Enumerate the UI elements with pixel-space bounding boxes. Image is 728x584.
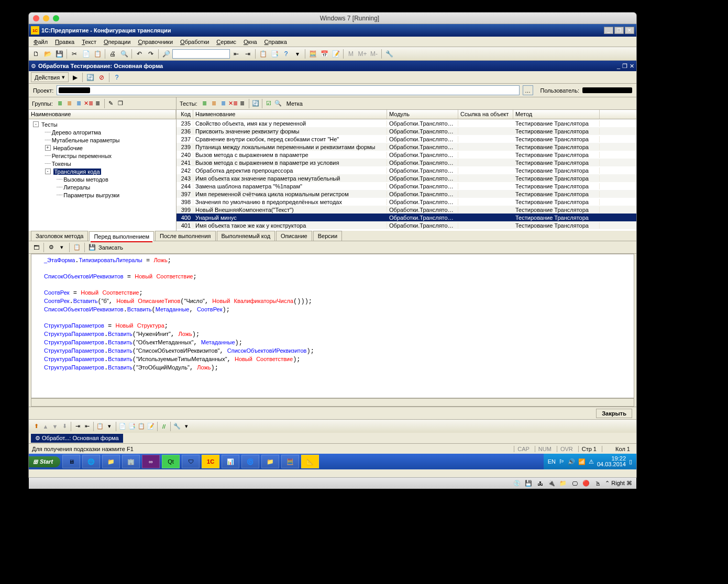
table-row[interactable]: 397Имя переменной счётчика цикла нормаль…	[177, 190, 636, 198]
table-row[interactable]: 401Имя объекта такое же как у конструкто…	[177, 221, 636, 229]
table-row[interactable]: 243Имя объекта как значение параметра не…	[177, 174, 636, 182]
code-tool1-icon[interactable]: 🗔	[32, 243, 40, 252]
mac-minimize-button[interactable]	[43, 15, 49, 21]
table-row[interactable]: 400Унарный минусОбработки.Транслятор.Фор…	[177, 214, 636, 221]
table-row[interactable]: 242Обработка деректив препроцессораОбраб…	[177, 166, 636, 174]
menu-file[interactable]: Файл	[30, 38, 51, 46]
copy-icon[interactable]: 📄	[81, 49, 91, 59]
bt-dropdown-icon[interactable]: ▾	[105, 422, 114, 431]
task-vs[interactable]: ∞	[142, 455, 160, 468]
task-app5[interactable]: 📁	[261, 455, 279, 468]
open-icon[interactable]: 📂	[42, 49, 53, 59]
preview-icon[interactable]: 🔍	[119, 49, 129, 59]
close-button[interactable]: ✕	[625, 27, 634, 34]
tree-row[interactable]: ┈┈Токены	[29, 160, 176, 167]
new-icon[interactable]: 🗋	[31, 49, 41, 59]
calendar-icon[interactable]: 📅	[319, 49, 329, 59]
bt-tool2-icon[interactable]: 📄	[118, 422, 127, 431]
bt-comment-icon[interactable]: //	[160, 422, 168, 431]
grid-body[interactable]: 235Свойство объекта, имя как у переменно…	[177, 119, 636, 231]
save-button[interactable]: Записать	[98, 244, 123, 251]
code-editor[interactable]: _ЭтаФорма.ТипизироватьЛитералы = Ложь; С…	[31, 254, 634, 398]
task-app[interactable]: 🏢	[122, 455, 140, 468]
table-row[interactable]: 240Вызов метода с выражением в параметре…	[177, 151, 636, 159]
menu-service[interactable]: Сервис	[213, 38, 240, 46]
find-prev-icon[interactable]: ⇤	[231, 49, 241, 59]
bt-dropdown2-icon[interactable]: ▾	[182, 422, 191, 431]
m-icon[interactable]: M	[346, 49, 356, 59]
redo-icon[interactable]: ↷	[146, 49, 156, 59]
mminus-icon[interactable]: M-	[369, 49, 379, 59]
find-next-icon[interactable]: ⇥	[242, 49, 253, 59]
tool4-icon[interactable]: 🔧	[384, 49, 394, 59]
menu-windows[interactable]: Окна	[240, 38, 261, 46]
print-icon[interactable]: 🖨	[107, 49, 118, 59]
task-app6[interactable]: 📐	[301, 455, 319, 468]
sub-maximize-button[interactable]: ❐	[622, 63, 627, 70]
code-tool2-icon[interactable]: ⚙	[47, 243, 56, 252]
table-row[interactable]: 244Замена шаблона параметра "%1парам"Обр…	[177, 182, 636, 190]
groups-tool2-icon[interactable]: ❐	[116, 99, 125, 108]
project-select-button[interactable]: …	[523, 85, 533, 95]
task-app3[interactable]: 📊	[222, 455, 239, 468]
tree-row[interactable]: ┈┈Дерево алгоритма	[29, 128, 176, 136]
vbox-mouse-icon[interactable]: 🖯	[593, 479, 602, 488]
tab[interactable]: Выполняемый код	[217, 231, 275, 241]
tree-row[interactable]: ┈┈Регистры переменных	[29, 152, 176, 160]
bt-outdent-icon[interactable]: ⇤	[83, 422, 91, 431]
bt-tool6-icon[interactable]: 🔧	[173, 422, 181, 431]
tree-body[interactable]: -Тесты ┈┈Дерево алгоритма ┈┈Мутабельные …	[29, 119, 176, 231]
menu-text[interactable]: Текст	[78, 38, 100, 46]
bt-icon2[interactable]: ▲	[41, 422, 50, 431]
bt-tool5-icon[interactable]: 📝	[147, 422, 155, 431]
search-input[interactable]	[172, 49, 230, 59]
task-calc[interactable]: 🧮	[281, 455, 299, 468]
sub-close-button[interactable]: ✕	[630, 63, 634, 70]
close-button[interactable]: Закрыть	[596, 409, 632, 418]
mac-zoom-button[interactable]	[53, 15, 59, 21]
menu-help[interactable]: Справка	[261, 38, 291, 46]
table-row[interactable]: 239Путаница между локальными переменными…	[177, 143, 636, 151]
tray-show-desktop[interactable]: ▯	[629, 458, 632, 465]
bt-icon[interactable]: ⬆	[32, 422, 40, 431]
menu-operations[interactable]: Операции	[100, 38, 134, 46]
tray-icon2[interactable]: 📶	[578, 458, 586, 465]
tree-row[interactable]: ┈┈Литералы	[29, 183, 176, 191]
tests-search-icon[interactable]: 🔍	[274, 99, 282, 108]
groups-tool-icon[interactable]: ✎	[107, 99, 115, 108]
tree-row[interactable]: ┈┈Вызовы методов	[29, 175, 176, 183]
tool-icon[interactable]: 📋	[258, 49, 268, 59]
vbox-disk-icon[interactable]: 💿	[513, 479, 521, 488]
tool3-icon[interactable]: 📝	[330, 49, 341, 59]
task-item[interactable]: 🖥	[62, 455, 80, 468]
tray-flag-icon[interactable]: 🏳	[559, 458, 565, 465]
tray-icon[interactable]: 🔊	[568, 458, 575, 465]
tab[interactable]: Заголовок метода	[31, 231, 88, 241]
code-dropdown-icon[interactable]: ▾	[58, 243, 66, 252]
bt-tool-icon[interactable]: 📋	[96, 422, 104, 431]
mac-close-button[interactable]	[33, 15, 39, 21]
action-refresh-icon[interactable]: 🔄	[85, 72, 95, 83]
minimize-button[interactable]: _	[604, 27, 613, 34]
bt-tool4-icon[interactable]: 📋	[137, 422, 146, 431]
table-row[interactable]: 398Значения по умолчанию в предопределён…	[177, 198, 636, 206]
tree-row[interactable]: -Трансляция кода	[29, 167, 176, 175]
paste-icon[interactable]: 📋	[92, 49, 103, 59]
menu-processing[interactable]: Обработки	[177, 38, 213, 46]
vbox-shared-icon[interactable]: 📁	[559, 479, 567, 488]
task-app4[interactable]: 🌀	[241, 455, 259, 468]
tree-row[interactable]: +Нерабочие	[29, 144, 176, 152]
table-row[interactable]: 241Вызов метода с выражением в параметре…	[177, 159, 636, 166]
tests-del-icon[interactable]: ✕≣	[229, 99, 237, 108]
groups-up-icon[interactable]: ≣	[94, 99, 102, 108]
tests-copy-icon[interactable]: ≣	[219, 99, 228, 108]
groups-edit-icon[interactable]: ≣	[65, 99, 74, 108]
tests-check-icon[interactable]: ☑	[264, 99, 273, 108]
start-button[interactable]: ⊞ Start	[29, 456, 60, 467]
groups-add-icon[interactable]: ≣	[56, 99, 64, 108]
actions-button[interactable]: Действия ▾	[31, 72, 69, 82]
action-help-icon[interactable]: ?	[112, 72, 122, 83]
bt-icon3[interactable]: ▼	[51, 422, 59, 431]
code-scrollbar[interactable]	[31, 398, 634, 407]
table-row[interactable]: 237Сравнение внутри скобок, перед скобка…	[177, 135, 636, 143]
